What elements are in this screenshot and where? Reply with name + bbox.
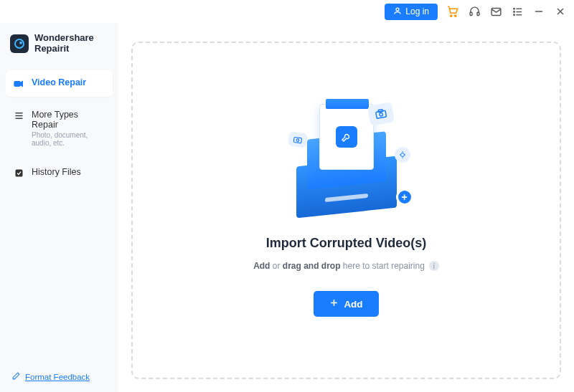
- menu-icon: [13, 110, 24, 122]
- video-camera-icon: [13, 78, 24, 90]
- close-button[interactable]: [554, 7, 567, 16]
- list-icon[interactable]: [511, 5, 524, 18]
- svg-rect-17: [14, 82, 20, 87]
- svg-rect-4: [477, 12, 479, 15]
- sidebar-item-video-repair[interactable]: Video Repair: [6, 70, 113, 97]
- svg-point-23: [379, 113, 382, 116]
- page-subtitle: Add or drag and drop here to start repai…: [253, 261, 439, 271]
- bug-icon: [395, 147, 410, 163]
- svg-rect-3: [470, 12, 472, 15]
- sidebar-item-history-files[interactable]: History Files: [6, 160, 113, 186]
- page-title: Import Corrupted Video(s): [266, 236, 427, 251]
- info-icon[interactable]: i: [429, 261, 439, 271]
- content-area: + Import Corrupted Video(s) Add or drag …: [118, 23, 574, 392]
- feedback-label: Format Feedback: [25, 373, 90, 381]
- svg-point-2: [455, 15, 456, 16]
- drop-zone[interactable]: + Import Corrupted Video(s) Add or drag …: [131, 42, 561, 379]
- plus-icon: [329, 298, 339, 310]
- sidebar: Wondershare Repairit Video Repair More T…: [0, 23, 118, 392]
- svg-rect-25: [293, 137, 301, 143]
- check-box-icon: [13, 168, 24, 179]
- sidebar-item-more-types-repair[interactable]: More Types Repair Photo, document, audio…: [6, 102, 113, 154]
- titlebar: Log in: [0, 0, 574, 23]
- svg-point-27: [400, 153, 404, 157]
- login-label: Log in: [405, 6, 429, 16]
- login-button[interactable]: Log in: [385, 4, 438, 20]
- svg-point-0: [396, 8, 399, 11]
- sidebar-item-label: History Files: [32, 167, 81, 177]
- minimize-button[interactable]: [532, 7, 545, 16]
- user-icon: [393, 6, 402, 17]
- svg-point-16: [19, 42, 22, 44]
- svg-point-15: [15, 39, 24, 48]
- brand-name: Wondershare Repairit: [34, 33, 94, 54]
- sidebar-item-label: Video Repair: [32, 77, 86, 87]
- svg-point-6: [513, 8, 514, 9]
- svg-point-8: [513, 11, 514, 11]
- svg-point-1: [451, 15, 452, 16]
- cart-icon[interactable]: [446, 5, 459, 18]
- mail-icon[interactable]: [489, 5, 502, 18]
- wrench-icon: [336, 126, 357, 148]
- format-feedback-link[interactable]: Format Feedback: [0, 361, 118, 392]
- add-button[interactable]: Add: [314, 291, 378, 317]
- sidebar-item-label: More Types Repair: [32, 110, 105, 130]
- add-label: Add: [344, 299, 362, 310]
- svg-point-26: [296, 139, 298, 142]
- main-layout: Wondershare Repairit Video Repair More T…: [0, 23, 574, 392]
- app-logo-icon: [10, 34, 29, 53]
- import-illustration: +: [286, 104, 408, 226]
- svg-rect-21: [15, 170, 22, 177]
- plus-badge-icon: +: [396, 188, 413, 206]
- camera-icon: [287, 131, 308, 148]
- edit-icon: [11, 371, 21, 382]
- headset-icon[interactable]: [468, 5, 481, 18]
- sidebar-item-sublabel: Photo, document, audio, etc.: [32, 131, 105, 147]
- camera-icon: [367, 102, 394, 125]
- brand: Wondershare Repairit: [0, 29, 118, 67]
- svg-point-10: [513, 14, 514, 15]
